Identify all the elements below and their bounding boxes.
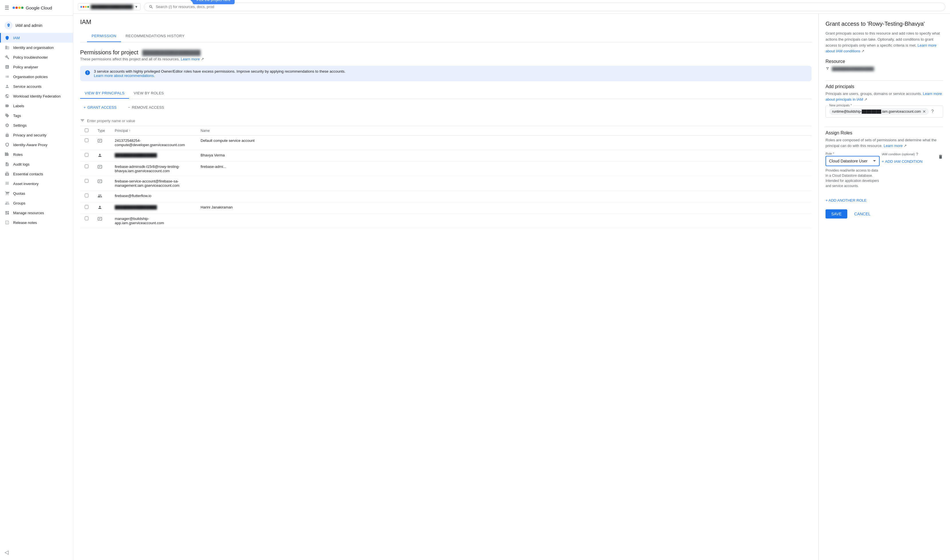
learn-more-link[interactable]: Learn more [181, 57, 200, 61]
federation-icon [5, 94, 10, 98]
cancel-button[interactable]: CANCEL [851, 209, 874, 218]
sidebar-item-groups[interactable]: Groups [0, 198, 73, 208]
row-type-cell [93, 191, 110, 202]
log-icon [5, 162, 10, 167]
alert-text: 3 service accounts with highly privilege… [94, 69, 345, 78]
list-icon [5, 74, 10, 79]
sidebar-item-release-notes-label: Release notes [13, 220, 37, 225]
delete-role-icon[interactable] [938, 152, 943, 163]
search-icon [149, 5, 153, 9]
svg-rect-7 [98, 217, 102, 220]
sidebar: ☰ Google Cloud IAM and admin IAM [0, 0, 73, 560]
sidebar-item-tags[interactable]: Tags [0, 111, 73, 120]
add-iam-condition-button[interactable]: + ADD IAM CONDITION [882, 157, 936, 166]
sidebar-item-settings[interactable]: Settings [0, 120, 73, 130]
filter-input[interactable] [87, 119, 811, 123]
menu-icon[interactable]: ☰ [5, 5, 9, 11]
lock-icon [5, 132, 10, 138]
sidebar-item-workload-identity[interactable]: Workload Identity Federation [0, 91, 73, 101]
sidebar-item-policy-analyser-label: Policy analyser [13, 65, 38, 69]
resource-section: Resource ████████████████ [825, 59, 943, 71]
alert-box: 3 service accounts with highly privilege… [80, 66, 811, 81]
learn-more-roles-link[interactable]: Learn more [884, 143, 902, 148]
sidebar-item-essential-contacts[interactable]: Essential contacts [0, 169, 73, 179]
add-another-role-button[interactable]: + ADD ANOTHER ROLE [825, 198, 943, 203]
row-name-cell: firebase-admi... [196, 162, 811, 176]
sidebar-item-policy-analyser[interactable]: Policy analyser [0, 62, 73, 72]
sidebar-item-iam[interactable]: IAM [0, 33, 73, 43]
table-header-principal[interactable]: Principal ↑ [110, 126, 196, 135]
select-all-checkbox[interactable] [85, 128, 88, 132]
row-checkbox[interactable] [85, 165, 88, 168]
sidebar-item-policy-troubleshooter-label: Policy troubleshooter [13, 55, 48, 60]
row-name-cell: Harini Janakiraman [196, 202, 811, 214]
table-row: manager@buildship-app.iam.gserviceaccoun… [80, 214, 811, 228]
sidebar-item-manage-resources[interactable]: Manage resources [0, 208, 73, 218]
new-principals-label: New principals * [828, 103, 853, 107]
tab-recommendations[interactable]: RECOMMENDATIONS HISTORY [121, 30, 189, 42]
row-checkbox[interactable] [85, 153, 88, 157]
resource-label: Resource [825, 59, 943, 64]
sidebar-item-release-notes[interactable]: Release notes [0, 218, 73, 228]
principals-help-icon[interactable]: ? [931, 109, 934, 114]
panel-actions: SAVE CANCEL [825, 209, 943, 218]
resource-icon [825, 66, 830, 71]
role-select[interactable]: Cloud Datastore UserCloud Datastore Owne… [825, 156, 879, 166]
new-principals-field[interactable]: New principals * runtime@buildship-█████… [825, 106, 943, 118]
sidebar-item-asset-inventory[interactable]: Asset inventory [0, 179, 73, 188]
proxy-icon [5, 142, 10, 147]
content-layout: IAM PERMISSION RECOMMENDATIONS HISTORY P… [73, 14, 950, 560]
group-icon [5, 200, 10, 206]
table-header-name: Name [196, 126, 811, 135]
sidebar-item-org-policies[interactable]: Organisation policies [0, 72, 73, 82]
tab-permission[interactable]: PERMISSION [87, 30, 121, 42]
action-bar: + GRANT ACCESS − REMOVE ACCESS [80, 103, 811, 111]
filter-row [80, 116, 811, 126]
wrench-icon [5, 55, 10, 60]
remove-access-button[interactable]: − REMOVE ACCESS [125, 103, 168, 111]
logo-dot-blue [12, 6, 15, 9]
sidebar-brand: Google Cloud [12, 5, 52, 10]
sidebar-collapse[interactable]: ◁ [0, 545, 73, 560]
view-tab-principals[interactable]: VIEW BY PRINCIPALS [80, 88, 129, 98]
person-type-icon [98, 206, 102, 211]
search-input[interactable] [156, 5, 941, 9]
row-type-cell [93, 162, 110, 176]
sidebar-item-service-accounts[interactable]: Service accounts [0, 82, 73, 91]
search-bar[interactable] [144, 3, 945, 11]
service-type-icon [98, 218, 102, 222]
remove-principal-tag[interactable]: ✕ [922, 109, 926, 114]
save-button[interactable]: SAVE [825, 209, 847, 218]
sidebar-item-privacy-security[interactable]: Privacy and security [0, 130, 73, 140]
row-checkbox[interactable] [85, 205, 88, 209]
alert-link[interactable]: Learn more about recommendations. [94, 74, 155, 78]
divider-1 [825, 80, 943, 81]
row-checkbox-cell [80, 150, 93, 162]
row-principal-cell: firebase-service-account@firebase-sa-man… [110, 176, 196, 191]
table-header-type: Type [93, 126, 110, 135]
sidebar-item-identity-proxy[interactable]: Identity-Aware Proxy [0, 140, 73, 149]
alert-icon [85, 70, 91, 77]
svg-point-9 [828, 67, 829, 68]
project-selector[interactable]: ████████████████ ▼ Pick the project here [78, 3, 140, 10]
row-checkbox[interactable] [85, 194, 88, 197]
row-checkbox[interactable] [85, 217, 88, 220]
analytics-icon [5, 65, 10, 69]
iam-condition-help-icon[interactable]: ? [916, 152, 918, 157]
sidebar-item-labels[interactable]: Labels [0, 101, 73, 111]
row-checkbox[interactable] [85, 179, 88, 183]
sidebar-item-roles[interactable]: Roles [0, 149, 73, 159]
view-tab-roles[interactable]: VIEW BY ROLES [129, 88, 169, 98]
building-icon [5, 45, 10, 50]
grant-access-button[interactable]: + GRANT ACCESS [80, 103, 120, 111]
sidebar-item-policy-troubleshooter[interactable]: Policy troubleshooter [0, 52, 73, 62]
sidebar-item-identity-org[interactable]: Identity and organisation [0, 43, 73, 52]
sidebar-header: ☰ Google Cloud [0, 0, 73, 16]
sidebar-item-audit-logs[interactable]: Audit logs [0, 159, 73, 169]
sidebar-nav: IAM Identity and organisation Policy tro… [0, 33, 73, 228]
sidebar-item-quotas[interactable]: Quotas [0, 188, 73, 198]
sidebar-item-labels-label: Labels [13, 104, 24, 108]
row-checkbox[interactable] [85, 138, 88, 142]
pick-project-callout: Pick the project here [192, 0, 235, 4]
row-principal-cell: 241372548254-compute@developer.gservicea… [110, 135, 196, 150]
